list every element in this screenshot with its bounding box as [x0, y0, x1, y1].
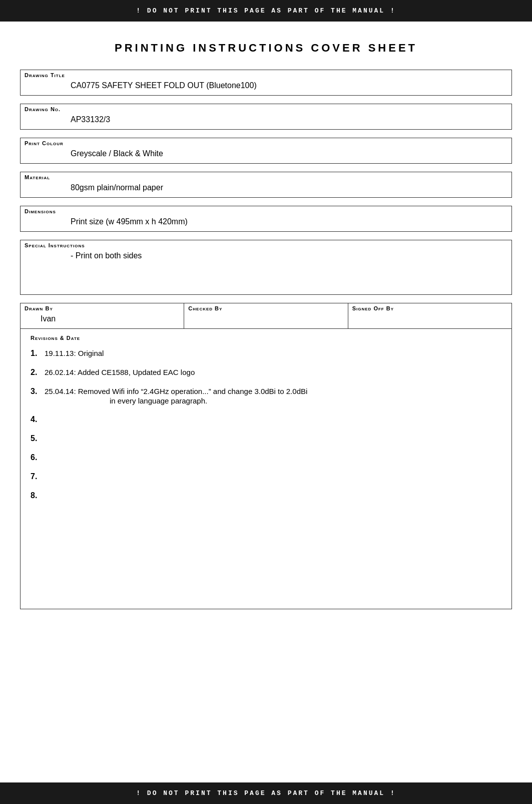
drawing-no-value: AP33132/3	[21, 113, 511, 129]
signed-off-by-col: Signed Off By	[348, 303, 511, 328]
drawing-title-label: Drawing Title	[21, 70, 511, 79]
revision-number: 2.	[31, 368, 45, 377]
revision-number: 5.	[31, 434, 45, 443]
material-value: 80gsm plain/normal paper	[21, 181, 511, 197]
revisions-list: 1.19.11.13: Original2.26.02.14: Added CE…	[31, 349, 501, 500]
revisions-label: Revisions & Date	[31, 335, 501, 341]
revision-text: 26.02.14: Added CE1588, Updated EAC logo	[45, 368, 195, 376]
revision-item: 1.19.11.13: Original	[31, 349, 501, 358]
revision-item: 6.	[31, 453, 501, 462]
revision-number: 7.	[31, 472, 45, 481]
signatories-row: Drawn By Ivan Checked By Signed Off By	[20, 303, 512, 329]
revision-main-text: 19.11.13: Original	[45, 349, 104, 357]
footer-bar: ! DO NOT PRINT THIS PAGE AS PART OF THE …	[0, 782, 532, 804]
drawn-by-value: Ivan	[21, 312, 184, 328]
revision-item: 3.25.04.14: Removed Wifi info “2.4GHz op…	[31, 387, 501, 405]
signed-off-by-label: Signed Off By	[348, 303, 511, 312]
checked-by-col: Checked By	[184, 303, 348, 328]
header-warning-text: ! DO NOT PRINT THIS PAGE AS PART OF THE …	[136, 7, 395, 15]
print-colour-value: Greyscale / Black & White	[21, 147, 511, 163]
revision-item: 2.26.02.14: Added CE1588, Updated EAC lo…	[31, 368, 501, 377]
drawing-no-block: Drawing No. AP33132/3	[20, 104, 512, 130]
special-instructions-value: - Print on both sides	[21, 249, 511, 294]
revision-number: 4.	[31, 415, 45, 424]
revision-number: 6.	[31, 453, 45, 462]
print-colour-label: Print Colour	[21, 138, 511, 147]
special-instructions-label: Special Instructions	[21, 240, 511, 249]
drawn-by-col: Drawn By Ivan	[21, 303, 184, 328]
special-instructions-block: Special Instructions - Print on both sid…	[20, 240, 512, 295]
signed-off-by-value	[348, 312, 511, 319]
revision-item: 5.	[31, 434, 501, 443]
print-colour-block: Print Colour Greyscale / Black & White	[20, 138, 512, 164]
revision-item: 7.	[31, 472, 501, 481]
drawn-by-label: Drawn By	[21, 303, 184, 312]
revision-continuation-text: in every language paragraph.	[45, 396, 307, 405]
revision-item: 8.	[31, 491, 501, 500]
page: ! DO NOT PRINT THIS PAGE AS PART OF THE …	[0, 0, 532, 804]
dimensions-block: Dimensions Print size (w 495mm x h 420mm…	[20, 206, 512, 232]
footer-warning-text: ! DO NOT PRINT THIS PAGE AS PART OF THE …	[136, 789, 395, 797]
revision-text: 19.11.13: Original	[45, 349, 104, 357]
revision-main-text: 26.02.14: Added CE1588, Updated EAC logo	[45, 368, 195, 376]
drawing-title-value: CA0775 SAFETY SHEET FOLD OUT (Bluetone10…	[21, 79, 511, 95]
drawing-title-block: Drawing Title CA0775 SAFETY SHEET FOLD O…	[20, 70, 512, 96]
revision-number: 1.	[31, 349, 45, 358]
material-block: Material 80gsm plain/normal paper	[20, 172, 512, 198]
revision-number: 8.	[31, 491, 45, 500]
revision-main-text: 25.04.14: Removed Wifi info “2.4GHz oper…	[45, 387, 307, 395]
main-content: PRINTING INSTRUCTIONS COVER SHEET Drawin…	[0, 22, 532, 782]
revisions-block: Revisions & Date 1.19.11.13: Original2.2…	[20, 329, 512, 609]
header-bar: ! DO NOT PRINT THIS PAGE AS PART OF THE …	[0, 0, 532, 22]
page-title: PRINTING INSTRUCTIONS COVER SHEET	[20, 42, 512, 55]
drawing-no-label: Drawing No.	[21, 104, 511, 113]
dimensions-label: Dimensions	[21, 206, 511, 215]
revision-number: 3.	[31, 387, 45, 396]
material-label: Material	[21, 172, 511, 181]
dimensions-value: Print size (w 495mm x h 420mm)	[21, 215, 511, 231]
revision-item: 4.	[31, 415, 501, 424]
checked-by-value	[184, 312, 347, 319]
checked-by-label: Checked By	[184, 303, 347, 312]
revision-text: 25.04.14: Removed Wifi info “2.4GHz oper…	[45, 387, 307, 405]
